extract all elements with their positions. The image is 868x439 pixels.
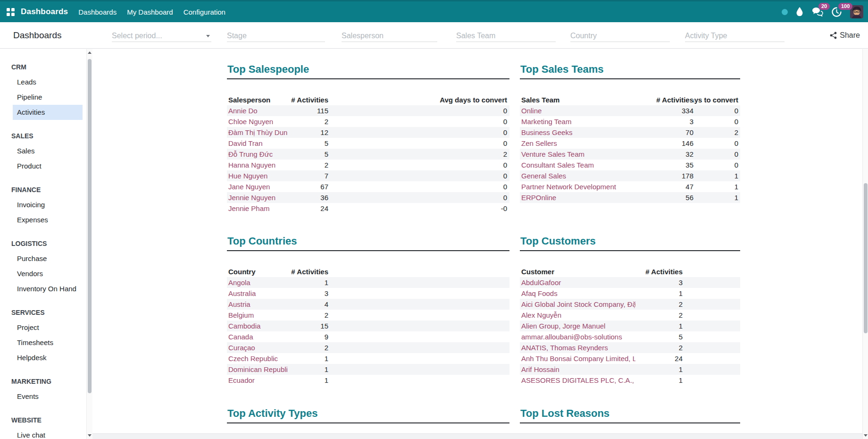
customer-link[interactable]: Arif Hossain — [520, 365, 635, 373]
customer-link[interactable]: ANATIS, Thomas Reynders — [520, 344, 635, 352]
section-top-countries: Top Countries Country # Activities Angol… — [227, 235, 509, 386]
sidebar-item[interactable]: Timesheets — [13, 335, 83, 350]
salesperson-link[interactable]: Jennie Nguyen — [227, 194, 288, 202]
scroll-up-icon[interactable] — [88, 51, 92, 54]
sidebar-item[interactable]: Purchase — [13, 251, 83, 266]
sidebar-scrollbar-thumb[interactable] — [88, 59, 92, 393]
period-select[interactable] — [112, 30, 211, 42]
sales-team-link[interactable]: Zen Sellers — [520, 139, 637, 147]
sidebar-item[interactable]: Vendors — [13, 266, 83, 281]
country-link[interactable]: Czech Republic — [227, 355, 288, 363]
sidebar-item[interactable]: Leads — [13, 75, 83, 90]
apps-grid-icon[interactable] — [7, 8, 15, 16]
share-button[interactable]: Share — [830, 22, 860, 48]
filter-salesperson[interactable] — [342, 30, 437, 44]
section-rule — [520, 250, 740, 251]
filter-period[interactable] — [112, 30, 211, 44]
country-link[interactable]: Ecuador — [227, 376, 288, 384]
filter-stage[interactable] — [227, 30, 325, 44]
menu-configuration[interactable]: Configuration — [178, 8, 231, 16]
country-link[interactable]: Belgium — [227, 311, 288, 319]
droplet-icon[interactable] — [796, 7, 803, 17]
sales-team-link[interactable]: ERPOnline — [520, 194, 637, 202]
table-row: Alien Group, Jorge Manuel 1 — [520, 321, 740, 331]
sidebar-item[interactable]: Invoicing — [13, 197, 83, 212]
col-avg-days: Avg days to convert — [328, 96, 509, 104]
salesperson-link[interactable]: Đỗ Trung Đức — [227, 150, 288, 158]
customer-link[interactable]: Afaq Foods — [520, 289, 635, 297]
salesperson-input[interactable] — [342, 30, 437, 42]
salesperson-link[interactable]: Đàm Thị Thùy Dun — [227, 128, 288, 136]
sales-team-link[interactable]: Business Geeks — [520, 128, 637, 136]
filter-country[interactable] — [570, 30, 670, 44]
sidebar-item[interactable]: Pipeline — [13, 90, 83, 105]
salesperson-link[interactable]: David Tran — [227, 139, 288, 147]
sales-team-link[interactable]: General Sales — [520, 172, 637, 180]
sidebar-item[interactable]: Events — [13, 389, 83, 404]
table-row: Jennie Nguyen 36 0 — [227, 192, 509, 203]
activities-value: 3 — [635, 279, 683, 287]
sidebar-item[interactable]: Activities — [13, 105, 83, 120]
sales-team-input[interactable] — [456, 30, 556, 42]
sidebar-item[interactable]: Sales — [13, 144, 83, 159]
filter-activity-type[interactable] — [685, 30, 785, 44]
salesperson-link[interactable]: Hanna Nguyen — [227, 161, 288, 169]
menu-dashboards[interactable]: Dashboards — [73, 8, 122, 16]
customer-link[interactable]: Alex Nguyễn — [520, 311, 635, 319]
country-link[interactable]: Austria — [227, 300, 288, 308]
sidebar-scrollbar[interactable] — [86, 49, 92, 439]
activities-value: 32 — [637, 150, 693, 158]
table-header: Country # Activities — [227, 266, 509, 277]
customer-link[interactable]: ASESORES DIGITALES PLC, C.A., Lilia — [520, 376, 635, 384]
sidebar-item[interactable]: Helpdesk — [13, 350, 83, 365]
salesperson-link[interactable]: Annie Do — [227, 107, 288, 115]
salesperson-link[interactable]: Jane Nguyen — [227, 183, 288, 191]
section-title: Top Sales Teams — [520, 63, 740, 76]
sidebar-item[interactable]: Project — [13, 320, 83, 335]
table-header: Salesperson # Activities Avg days to con… — [227, 94, 509, 105]
activities-value: 2 — [288, 118, 328, 126]
sales-team-link[interactable]: Consultant Sales Team — [520, 161, 637, 169]
sidebar-item[interactable]: Inventory On Hand — [13, 281, 83, 296]
salesperson-link[interactable]: Jennie Pham — [227, 204, 288, 212]
menu-my-dashboard[interactable]: My Dashboard — [122, 8, 178, 16]
horizontal-scrollbar[interactable] — [92, 433, 862, 439]
country-input[interactable] — [570, 30, 670, 42]
customer-link[interactable]: Aici Global Joint Stock Company, Đặn — [520, 300, 635, 308]
customer-link[interactable]: AbdulGafoor — [520, 279, 635, 287]
messages-icon[interactable]: 20 — [812, 7, 823, 17]
customer-link[interactable]: Anh Thu Bonsai Company Limited, Lê — [520, 355, 635, 363]
avg-days-value: 2 — [693, 128, 740, 136]
sales-team-link[interactable]: Venture Sales Team — [520, 150, 637, 158]
table-header: Sales Team # Activities g days to conver… — [520, 94, 740, 105]
sales-team-link[interactable]: Online — [520, 107, 637, 115]
filter-sales-team[interactable] — [456, 30, 556, 44]
sidebar-item[interactable]: Live chat — [13, 428, 83, 439]
table-row: Chloe Nguyen 2 0 — [227, 116, 509, 127]
scroll-down-icon[interactable] — [864, 434, 868, 437]
country-link[interactable]: Cambodia — [227, 322, 288, 330]
content-scrollbar[interactable] — [862, 49, 868, 439]
country-link[interactable]: Australia — [227, 289, 288, 297]
app-brand[interactable]: Dashboards — [21, 7, 68, 17]
stage-input[interactable] — [227, 30, 325, 42]
activities-clock-icon[interactable]: 100 — [832, 7, 842, 17]
section-title: Top Salespeople — [227, 63, 509, 76]
sidebar-item[interactable]: Product — [13, 159, 83, 174]
sales-team-link[interactable]: Marketing Team — [520, 118, 637, 126]
customer-link[interactable]: ammar.alloubani@obs-solutions — [520, 333, 635, 341]
country-link[interactable]: Curaçao — [227, 344, 288, 352]
country-link[interactable]: Angola — [227, 279, 288, 287]
sidebar-item[interactable]: Expenses — [13, 212, 83, 228]
content-scrollbar-thumb[interactable] — [864, 183, 868, 333]
country-link[interactable]: Canada — [227, 333, 288, 341]
activities-value: 7 — [288, 172, 328, 180]
country-link[interactable]: Dominican Republi — [227, 365, 288, 373]
table-row: Zen Sellers 146 0 — [520, 138, 740, 149]
customer-link[interactable]: Alien Group, Jorge Manuel — [520, 322, 635, 330]
sales-team-link[interactable]: Partner Network Development — [520, 183, 637, 191]
salesperson-link[interactable]: Chloe Nguyen — [227, 118, 288, 126]
salesperson-link[interactable]: Hue Nguyen — [227, 172, 288, 180]
activity-type-input[interactable] — [685, 30, 785, 42]
scroll-down-icon[interactable] — [88, 434, 92, 437]
